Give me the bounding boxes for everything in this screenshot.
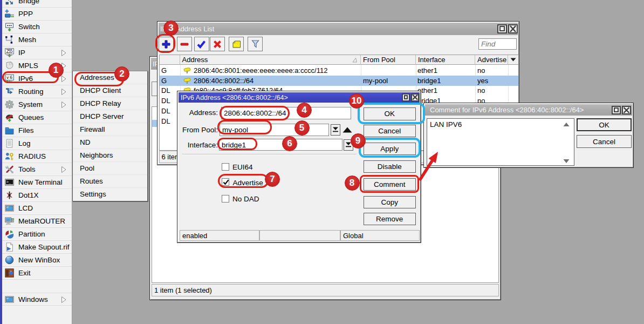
sidebar-menu: Bridge PPP Switch Mesh 255 IP MPLS v6 IP…	[2, 0, 72, 324]
step-badge-4: 4	[297, 103, 312, 118]
table-row[interactable]: G 2806:40c:8001:eeee:eeee:eeee:a:cccc/11…	[160, 65, 518, 76]
table-row-selected[interactable]: G 2806:40c:8002::/64 my-pool bridge1 yes	[160, 76, 518, 86]
sidebar-item-ip[interactable]: 255 IP	[2, 46, 72, 59]
dialog-titlebar[interactable]: IPv6 Address <2806:40c:8002::/64>	[179, 92, 420, 103]
sidebar-item-lcd[interactable]: LCD	[2, 202, 72, 215]
comment-close-icon[interactable]	[622, 106, 631, 114]
sidebar-item-switch[interactable]: Switch	[2, 21, 72, 33]
eui64-label: EUI64	[232, 163, 253, 171]
sidebar-item-metarouter[interactable]: MetaROUTER	[2, 215, 72, 228]
cancel-button[interactable]: Cancel	[364, 125, 416, 137]
comment-tool-button[interactable]	[229, 37, 244, 51]
comment-textarea[interactable]: LAN IPV6	[427, 118, 574, 166]
scroll-up-icon[interactable]	[563, 122, 570, 127]
b4-label: 4	[302, 105, 306, 116]
column-header-address[interactable]: Address	[180, 55, 361, 65]
dialog-maximize-icon[interactable]	[402, 93, 410, 102]
comment-cancel-button[interactable]: Cancel	[577, 135, 632, 148]
b9-label: 9	[355, 136, 360, 146]
sidebar-item-routing[interactable]: Routing	[2, 85, 72, 98]
comment-maximize-icon[interactable]	[612, 106, 621, 114]
submenu-item-neighbors[interactable]: Neighbors	[73, 149, 147, 162]
dialog-status-global: Global	[340, 230, 420, 241]
maximize-icon[interactable]	[497, 24, 507, 33]
sidebar-item-tools[interactable]: Tools	[2, 163, 72, 176]
funnel-icon	[251, 39, 260, 49]
exit-icon	[5, 268, 14, 278]
find-input[interactable]	[478, 38, 517, 50]
collapse-up-icon[interactable]	[342, 126, 353, 133]
sidebar-item-mesh[interactable]: Mesh	[2, 33, 72, 46]
sidebar-item-make-supout[interactable]: Make Supout.rif	[2, 241, 72, 254]
disable-button[interactable]: Disable	[364, 160, 416, 173]
submenu-item-nd[interactable]: ND	[73, 136, 147, 149]
column-header-from-pool[interactable]: From Pool	[361, 55, 416, 65]
submenu-item-dhcp-relay[interactable]: DHCP Relay	[73, 97, 147, 110]
no-dad-checkbox[interactable]	[222, 195, 229, 202]
column-header-advertise[interactable]: Advertise	[475, 55, 508, 65]
step-badge-2: 2	[114, 66, 129, 82]
sidebar-item-files[interactable]: Files	[2, 124, 72, 137]
sidebar-item-queues[interactable]: Queues	[2, 111, 72, 124]
b1-label: 1	[53, 65, 58, 76]
comment-titlebar[interactable]: Comment for IPv6 Address <2806:40c:8002:…	[425, 104, 632, 116]
highlight-ok-button	[358, 103, 425, 124]
sidebar-item-windows[interactable]: Windows	[2, 293, 72, 306]
cross-icon	[213, 40, 222, 49]
address-label: Address:	[182, 109, 218, 117]
sidebar-item-radius[interactable]: RADIUS	[2, 150, 72, 163]
disable-button[interactable]	[210, 37, 225, 51]
eui64-checkbox[interactable]	[222, 163, 229, 171]
sidebar-item-new-terminal[interactable]: >_ New Terminal	[2, 176, 72, 189]
column-header-flags[interactable]	[160, 55, 180, 65]
log-icon	[5, 139, 14, 148]
remove-button[interactable]	[177, 37, 192, 51]
row-0-address-cell: 2806:40c:8001:eeee:eeee:eeee:a:cccc/112	[194, 66, 327, 75]
submenu-item-settings[interactable]: Settings	[73, 188, 147, 201]
filter-button[interactable]	[248, 37, 263, 51]
svg-text:255: 255	[6, 49, 12, 54]
highlight-interface-value	[217, 138, 257, 150]
remove-label: Remove	[376, 215, 403, 223]
advertise-label: Advertise	[477, 56, 506, 64]
b10-label: 10	[352, 96, 362, 106]
submenu-arrow-icon	[61, 89, 66, 95]
submenu-item-dhcp-server[interactable]: DHCP Server	[73, 110, 147, 123]
sidebar-item-log[interactable]: Log	[2, 137, 72, 150]
sidebar-item-exit[interactable]: Exit	[2, 267, 72, 280]
dialog-close-icon[interactable]	[411, 93, 419, 102]
submenu-item-firewall[interactable]: Firewall	[73, 123, 147, 136]
highlight-comment-button	[360, 175, 419, 193]
comment-ok-button[interactable]: OK	[577, 118, 632, 131]
submenu-item-routes[interactable]: Routes	[73, 175, 147, 188]
sidebar-item-system[interactable]: System	[2, 98, 72, 111]
bridge-icon	[5, 0, 14, 5]
close-icon[interactable]	[508, 24, 518, 33]
from-pool-dropdown-button[interactable]	[331, 124, 340, 136]
column-header-interface[interactable]: Interface	[416, 55, 475, 65]
dot1x-icon	[5, 191, 14, 200]
sidebar-item-ppp[interactable]: PPP	[2, 8, 72, 21]
terminal-icon: >_	[5, 178, 14, 187]
list-window-titlebar[interactable]: IPv6 Address List	[159, 23, 518, 35]
routing-icon	[5, 87, 14, 96]
sidebar-item-dot1x[interactable]: Dot1X	[2, 189, 72, 202]
remove-button[interactable]: Remove	[364, 213, 416, 225]
dialog-title: IPv6 Address <2806:40c:8002::/64>	[179, 94, 401, 102]
column-select-button[interactable]	[508, 55, 518, 65]
sidebar-item-bridge[interactable]: Bridge	[2, 0, 72, 8]
dialog-status-enabled: enabled	[180, 230, 259, 241]
enable-button[interactable]	[194, 37, 209, 51]
copy-button[interactable]: Copy	[364, 196, 416, 208]
sidebar-item-new-winbox[interactable]: New WinBox	[2, 254, 72, 267]
b6-label: 6	[287, 138, 292, 149]
scroll-down-icon[interactable]	[563, 158, 570, 164]
switch-icon	[5, 22, 14, 31]
b8-label: 8	[350, 178, 354, 188]
comment-window[interactable]: Comment for IPv6 Address <2806:40c:8002:…	[423, 103, 634, 168]
iface-label: Interface	[418, 56, 446, 64]
submenu-item-pool[interactable]: Pool	[73, 162, 147, 175]
address-item-icon	[183, 67, 191, 75]
mesh-icon	[5, 35, 14, 44]
sidebar-item-partition[interactable]: Partition	[2, 228, 72, 241]
